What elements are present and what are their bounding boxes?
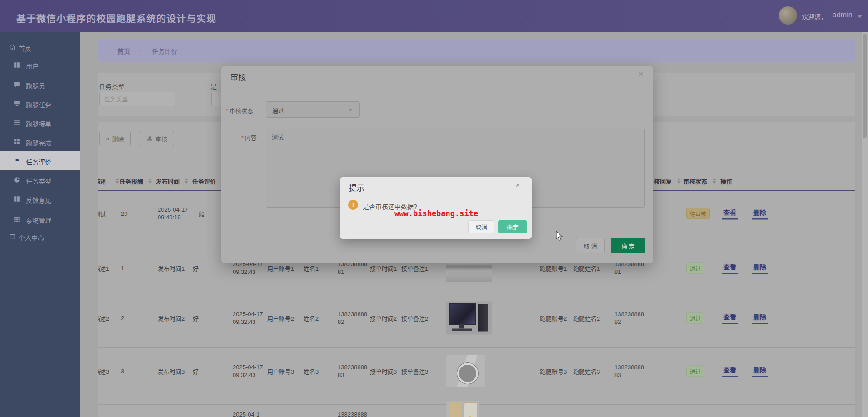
view-link[interactable]: 查看 (722, 365, 738, 377)
sidebar-item-label: 跑腿接单 (26, 119, 51, 128)
comment-icon (14, 81, 20, 88)
close-icon[interactable]: × (515, 181, 520, 190)
delete-button-label: 删除 (112, 134, 124, 143)
modal-title: 审核 (230, 71, 246, 83)
cell-date: 2025-04-17 09:32:43 (233, 363, 264, 379)
view-link[interactable]: 查看 (722, 312, 738, 324)
breadcrumb: 首页 · 任务评价 (98, 39, 855, 62)
column-header-reward[interactable]: 任务报酬 (120, 177, 143, 185)
cell-pub-time: 2025-04-17 09:40:19 (158, 206, 191, 221)
table-icon (14, 216, 20, 223)
sidebar-item-orders[interactable]: 跑腿接单 (0, 114, 80, 132)
watermark-text: www.bishebang.site (394, 209, 478, 218)
delete-link[interactable]: 删除 (752, 312, 768, 324)
username-dropdown[interactable]: admin (833, 11, 853, 19)
close-icon[interactable]: × (639, 70, 644, 79)
cell-order-time: 接单时间3 (370, 367, 397, 376)
stamp-icon (147, 136, 153, 142)
column-header-reply[interactable]: 核回复 (654, 177, 672, 185)
cell-date: 2025-04-17 09:32:43 (233, 310, 264, 326)
delete-button[interactable]: × 删除 (99, 131, 131, 146)
cell-name: 姓名3 (304, 367, 319, 376)
column-header-eval[interactable]: 任务评价 (192, 177, 216, 185)
sidebar-item-runners[interactable]: 跑腿员 (0, 76, 80, 94)
view-link[interactable]: 查看 (722, 262, 738, 274)
grid-icon (14, 62, 20, 68)
sidebar-item-users[interactable]: 用户 (0, 56, 80, 74)
pie-icon (14, 177, 20, 183)
task-type-input[interactable] (99, 92, 175, 106)
partial-filter-label: 是 (210, 82, 217, 91)
scrollbar[interactable] (862, 32, 868, 417)
breadcrumb-home[interactable]: 首页 (117, 46, 130, 55)
page: 基于微信小程序的校园跑腿系统的设计与实现 欢迎您， admin 首页 用户 跑腿… (0, 0, 868, 417)
table-row[interactable]: 描述2 2 发布时间2 好 2025-04-17 09:32:43 用户账号2 … (98, 291, 855, 345)
sidebar: 首页 用户 跑腿员 跑腿任务 跑腿接单 跑腿完成 任务评价 任务类型 (0, 32, 80, 417)
delete-link[interactable]: 删除 (752, 262, 768, 274)
view-link[interactable]: 查看 (722, 208, 738, 220)
cell-desc: 描述1 (98, 264, 109, 273)
sidebar-item-system[interactable]: 系统管理 (0, 211, 80, 229)
cell-runner-account: 跑腿账号2 (540, 314, 567, 323)
cell-order-time: 接单时间2 (370, 314, 397, 323)
sidebar-item-label: 反馈意见 (26, 195, 51, 204)
cell-eval: 好 (193, 264, 199, 273)
sidebar-item-label: 任务评价 (26, 157, 51, 166)
sidebar-item-tasks[interactable]: 跑腿任务 (0, 95, 80, 113)
sidebar-item-label: 跑腿任务 (26, 100, 51, 109)
required-asterisk: * (241, 134, 244, 141)
chevron-down-icon[interactable] (857, 15, 863, 18)
sidebar-item-label: 跑腿完成 (26, 138, 51, 147)
audit-button[interactable]: 审核 (140, 131, 174, 146)
row-divider (98, 290, 855, 290)
product-image[interactable] (446, 302, 492, 335)
sidebar-item-label: 用户 (26, 61, 39, 70)
sort-icon[interactable] (674, 178, 681, 184)
sort-icon[interactable] (182, 178, 188, 184)
app-title: 基于微信小程序的校园跑腿系统的设计与实现 (16, 11, 216, 25)
column-header-desc[interactable]: 描述 (98, 177, 115, 185)
task-type-label: 任务类型 (99, 82, 125, 91)
status-badge: 通过 (686, 366, 704, 377)
cell-reward: 3 (121, 368, 124, 375)
cell-eval: 一般 (193, 209, 205, 218)
mouse-cursor (555, 231, 564, 244)
cancel-button[interactable]: 取消 (468, 220, 494, 233)
confirm-button[interactable]: 确 定 (611, 238, 645, 253)
sort-icon[interactable] (113, 178, 119, 184)
sort-icon[interactable] (145, 178, 152, 184)
sidebar-item-profile[interactable]: 个人中心 (0, 228, 80, 246)
sidebar-item-completed[interactable]: 跑腿完成 (0, 133, 80, 151)
status-badge: 待审核 (686, 208, 710, 219)
cell-reward: 20 (121, 210, 127, 217)
status-select[interactable]: 通过 (266, 101, 360, 118)
sidebar-item-task-types[interactable]: 任务类型 (0, 171, 80, 189)
cell-runner-name: 跑腿姓名1 (573, 264, 600, 273)
sort-icon[interactable] (710, 178, 716, 184)
content-field-label: *内容 (241, 133, 257, 142)
cell-order-note: 接单备注3 (401, 367, 428, 376)
sidebar-item-home[interactable]: 首页 (0, 39, 80, 57)
cancel-button[interactable]: 取 消 (576, 238, 605, 253)
audit-button-label: 审核 (155, 134, 167, 143)
cell-desc: 描述2 (98, 314, 109, 323)
cell-phone: 138238888 (338, 411, 369, 417)
confirm-button[interactable]: 确定 (498, 220, 527, 233)
status-field-label: *审核状态 (226, 106, 253, 114)
status-select-value: 通过 (272, 106, 284, 114)
delete-link[interactable]: 删除 (752, 208, 768, 220)
sidebar-item-feedback[interactable]: 反馈意见 (0, 190, 80, 208)
sidebar-item-task-evaluation[interactable]: 任务评价 (0, 151, 80, 170)
list-icon (14, 119, 20, 126)
product-image[interactable] (446, 355, 485, 387)
product-image[interactable] (446, 401, 479, 417)
scrollbar-thumb[interactable] (863, 34, 867, 138)
table-row[interactable]: 2025-04-1 138238888 (98, 387, 855, 417)
delete-link[interactable]: 删除 (752, 365, 768, 377)
top-header-bar: 基于微信小程序的校园跑腿系统的设计与实现 欢迎您， admin (0, 0, 868, 32)
cell-name: 姓名2 (304, 314, 319, 323)
cell-runner-name: 跑腿姓名2 (573, 314, 600, 323)
avatar[interactable] (779, 6, 797, 25)
column-header-pub-time[interactable]: 发布时间 (156, 177, 180, 185)
column-header-status[interactable]: 审核状态 (683, 177, 707, 185)
